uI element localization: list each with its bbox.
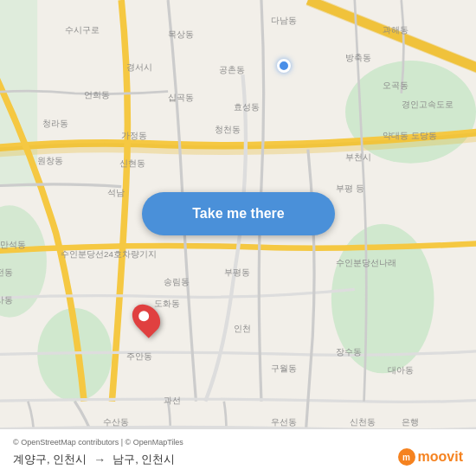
svg-text:우선동: 우선동 xyxy=(271,417,297,427)
svg-text:오곡동: 오곡동 xyxy=(383,80,408,90)
svg-text:수인분당선24호차량기지: 수인분당선24호차량기지 xyxy=(61,249,157,259)
svg-text:부평동: 부평동 xyxy=(224,267,250,277)
svg-text:청라동: 청라동 xyxy=(42,119,68,128)
svg-text:구월동: 구월동 xyxy=(271,363,297,373)
svg-text:약대동 도당동: 약대동 도당동 xyxy=(383,131,437,140)
svg-text:원창동: 원창동 xyxy=(37,156,63,165)
svg-text:주안동: 주안동 xyxy=(126,351,152,361)
svg-text:송림동: 송림동 xyxy=(164,277,190,286)
svg-text:십곡동: 십곡동 xyxy=(168,93,194,102)
take-me-there-button[interactable]: Take me there xyxy=(142,192,335,235)
destination-marker xyxy=(134,303,158,334)
svg-text:신현동: 신현동 xyxy=(119,158,145,168)
svg-text:부평 등: 부평 등 xyxy=(336,183,364,193)
map-svg: 수시구로 목상동 다남동 과해동 방축동 경서시 공촌동 오곡동 언희동 십곡동… xyxy=(0,0,476,476)
svg-text:방축동: 방축동 xyxy=(345,53,371,62)
svg-text:경서시: 경서시 xyxy=(126,62,152,72)
svg-text:만석동: 만석동 xyxy=(0,240,26,249)
svg-text:은행: 은행 xyxy=(402,417,419,427)
svg-text:부천시: 부천시 xyxy=(345,152,371,162)
moovit-logo-text: moovit xyxy=(418,449,463,465)
svg-text:목상동: 목상동 xyxy=(168,29,194,39)
svg-text:효성동: 효성동 xyxy=(234,102,260,112)
svg-text:장수동: 장수동 xyxy=(336,347,362,357)
svg-text:전동: 전동 xyxy=(0,267,13,277)
svg-text:경인고속도로: 경인고속도로 xyxy=(402,100,453,109)
svg-text:대아동: 대아동 xyxy=(388,365,414,375)
route-info: 계양구, 인천시 → 남구, 인천시 xyxy=(13,452,463,467)
svg-text:언희동: 언희동 xyxy=(84,90,110,100)
map-container: 수시구로 목상동 다남동 과해동 방축동 경서시 공촌동 오곡동 언희동 십곡동… xyxy=(0,0,476,476)
svg-text:수시구로: 수시구로 xyxy=(65,25,100,35)
svg-text:청천동: 청천동 xyxy=(215,125,241,134)
route-arrow-icon: → xyxy=(93,453,106,466)
svg-text:과해동: 과해동 xyxy=(383,25,408,35)
map-attribution: © OpenStreetMap contributors | © OpenMap… xyxy=(13,438,463,447)
route-from: 계양구, 인천시 xyxy=(13,452,87,467)
moovit-logo-icon: m xyxy=(398,448,415,466)
origin-marker xyxy=(277,59,291,73)
svg-text:과선: 과선 xyxy=(164,396,181,405)
svg-text:공촌동: 공촌동 xyxy=(219,65,245,74)
svg-text:석남: 석남 xyxy=(107,188,125,197)
svg-text:신천동: 신천동 xyxy=(350,417,376,427)
svg-text:수산동: 수산동 xyxy=(103,417,129,427)
svg-text:사동: 사동 xyxy=(0,295,13,305)
route-to: 남구, 인천시 xyxy=(113,452,175,467)
svg-text:가정동: 가정동 xyxy=(121,131,147,140)
moovit-logo: m moovit xyxy=(398,448,463,466)
svg-text:인천: 인천 xyxy=(234,324,251,333)
svg-text:다남동: 다남동 xyxy=(271,16,297,25)
svg-text:수인분당선나래: 수인분당선나래 xyxy=(336,258,396,267)
